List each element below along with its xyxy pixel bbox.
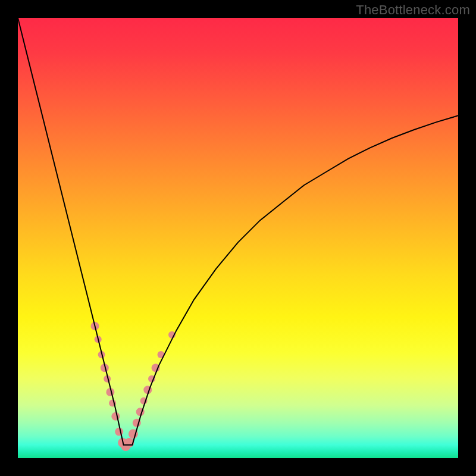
- chart-frame: [18, 18, 458, 458]
- bottleneck-curve: [18, 18, 458, 445]
- watermark-text: TheBottleneck.com: [356, 2, 470, 18]
- data-marker: [111, 412, 120, 421]
- bottleneck-chart: [18, 18, 458, 458]
- marker-layer: [91, 322, 176, 451]
- data-marker: [115, 428, 123, 436]
